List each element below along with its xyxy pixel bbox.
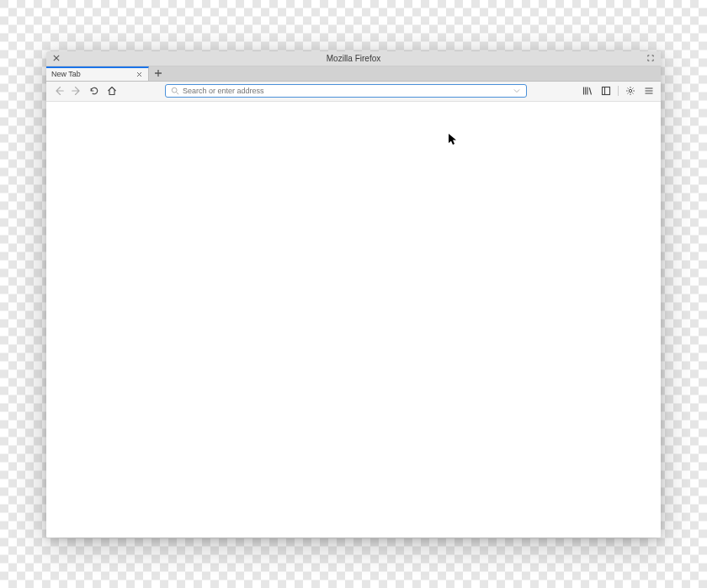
- new-tab-button[interactable]: [149, 66, 167, 81]
- maximize-icon: [647, 55, 654, 61]
- urlbar-dropdown-button[interactable]: [513, 87, 521, 95]
- tab-label: New Tab: [51, 70, 135, 78]
- address-bar[interactable]: [165, 84, 527, 98]
- arrow-right-icon: [72, 86, 82, 96]
- close-icon: [53, 55, 60, 61]
- sidebar-button[interactable]: [599, 84, 613, 98]
- tab-close-button[interactable]: [135, 70, 143, 78]
- hamburger-icon: [644, 86, 654, 96]
- window-maximize-button[interactable]: [646, 53, 656, 63]
- home-icon: [107, 86, 117, 96]
- mouse-cursor: [449, 134, 457, 146]
- window-close-button[interactable]: [51, 53, 61, 63]
- close-icon: [136, 72, 142, 77]
- plus-icon: [154, 69, 162, 77]
- page-content: [46, 102, 661, 538]
- menu-button[interactable]: [642, 84, 656, 98]
- reload-icon: [89, 86, 99, 96]
- svg-rect-1: [603, 87, 610, 95]
- search-icon: [171, 87, 179, 95]
- back-button[interactable]: [51, 83, 66, 98]
- reload-button[interactable]: [88, 83, 102, 98]
- forward-button[interactable]: [69, 83, 83, 98]
- window-title: Mozilla Firefox: [61, 54, 646, 63]
- tab-active[interactable]: New Tab: [46, 66, 149, 81]
- arrow-left-icon: [54, 86, 64, 96]
- toolbar-separator: [618, 86, 619, 96]
- tab-bar: New Tab: [46, 66, 661, 82]
- browser-window: Mozilla Firefox New Tab: [46, 51, 661, 538]
- url-input[interactable]: [183, 87, 509, 95]
- gear-icon: [625, 86, 635, 96]
- navigation-toolbar: [46, 82, 661, 102]
- library-icon: [582, 86, 593, 96]
- home-button[interactable]: [105, 83, 120, 98]
- settings-button[interactable]: [624, 84, 637, 98]
- urlbar-container: [123, 84, 577, 98]
- svg-point-0: [172, 87, 177, 93]
- chevron-down-icon: [513, 87, 520, 94]
- library-button[interactable]: [581, 84, 594, 98]
- toolbar-right: [581, 84, 656, 98]
- sidebar-icon: [601, 86, 611, 96]
- window-titlebar: Mozilla Firefox: [46, 51, 661, 66]
- svg-point-2: [629, 89, 631, 92]
